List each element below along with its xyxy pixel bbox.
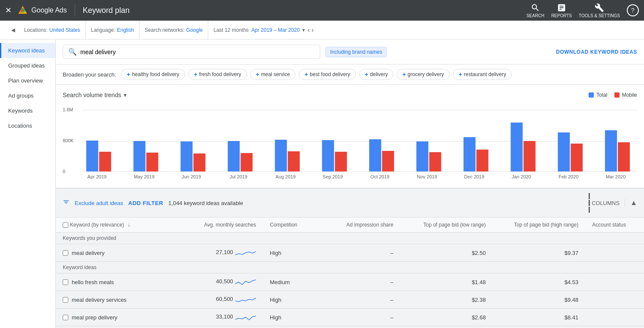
legend-mobile-color bbox=[614, 92, 620, 98]
x-label-2: Jun 2019 bbox=[182, 174, 201, 179]
main-layout: Keyword ideas Grouped ideas Plan overvie… bbox=[0, 40, 644, 328]
bar-mobile-4 bbox=[288, 151, 300, 172]
chip-label: delivery bbox=[370, 71, 388, 77]
sidebar-item-keywords[interactable]: Keywords bbox=[0, 103, 55, 118]
table-row: best meal delivery service 18,100 High –… bbox=[56, 326, 644, 328]
date-next-button[interactable]: › bbox=[311, 26, 313, 34]
language-filter: Language: English bbox=[86, 21, 140, 39]
x-label-7: Nov 2019 bbox=[417, 174, 437, 179]
row-checkbox[interactable] bbox=[63, 279, 68, 285]
row-checkbox[interactable] bbox=[63, 250, 68, 256]
competition-cell: High bbox=[263, 244, 325, 262]
sidebar: Keyword ideas Grouped ideas Plan overvie… bbox=[0, 40, 56, 328]
searches-cell: 33,100 bbox=[179, 309, 263, 326]
chip-label: healthy food delivery bbox=[132, 71, 179, 77]
searches-cell: 27,100 bbox=[179, 244, 263, 262]
x-label-6: Oct 2019 bbox=[371, 174, 390, 179]
searches-cell: 40,500 bbox=[179, 273, 263, 291]
download-keyword-ideas-button[interactable]: DOWNLOAD KEYWORD IDEAS bbox=[556, 49, 637, 55]
chart-section: Search volume trends ▾ Total Mobile bbox=[56, 85, 644, 188]
col-bid-high: Top of page bid (high range) bbox=[492, 218, 585, 233]
search-nav-button[interactable]: SEARCH bbox=[526, 3, 544, 18]
sidebar-item-plan-overview[interactable]: Plan overview bbox=[0, 73, 55, 88]
columns-icon bbox=[589, 193, 590, 213]
legend-total-color bbox=[589, 92, 594, 98]
search-bar-container: 🔍 Including brand names DOWNLOAD KEYWORD… bbox=[56, 40, 644, 64]
chip-plus-icon: + bbox=[256, 71, 259, 78]
chip-plus-icon: + bbox=[304, 71, 308, 78]
search-input[interactable] bbox=[80, 49, 315, 55]
broaden-chip-3[interactable]: + best food delivery bbox=[299, 69, 355, 80]
searches-cell: 18,100 bbox=[179, 326, 263, 328]
status-cell bbox=[585, 291, 644, 309]
date-range-value[interactable]: Apr 2019 – Mar 2020 bbox=[251, 27, 300, 33]
x-label-4: Aug 2019 bbox=[276, 174, 296, 179]
bar-mobile-0 bbox=[99, 152, 111, 172]
bid-high-cell: $9.48 bbox=[492, 291, 585, 309]
sidebar-item-grouped-ideas[interactable]: Grouped ideas bbox=[0, 58, 55, 73]
columns-button[interactable]: COLUMNS bbox=[589, 193, 620, 213]
status-cell bbox=[585, 244, 644, 262]
location-value[interactable]: United States bbox=[49, 27, 80, 33]
impression-cell: – bbox=[325, 291, 400, 309]
sidebar-toggle[interactable]: ◀ bbox=[7, 21, 19, 40]
searches-value: 60,500 bbox=[216, 296, 233, 302]
status-cell bbox=[585, 326, 644, 328]
keyword-text: meal prep delivery bbox=[72, 314, 117, 321]
bar-total-4 bbox=[275, 140, 287, 172]
reports-nav-button[interactable]: REPORTS bbox=[551, 3, 572, 18]
top-navigation: ✕ Google Ads Keyword plan SEARCH REPORTS… bbox=[0, 0, 644, 21]
bid-high-cell: $10.72 bbox=[492, 326, 585, 328]
col-competition: Competition bbox=[263, 218, 325, 233]
brand-names-badge[interactable]: Including brand names bbox=[325, 47, 387, 57]
tools-nav-button[interactable]: TOOLS & SETTINGS bbox=[579, 3, 620, 18]
broaden-chip-0[interactable]: + healthy food delivery bbox=[121, 69, 185, 80]
broaden-chip-1[interactable]: + fresh food delivery bbox=[188, 69, 247, 80]
sidebar-item-locations[interactable]: Locations bbox=[0, 118, 55, 133]
date-range-dropdown-icon[interactable]: ▾ bbox=[302, 27, 305, 33]
location-filter: Locations: United States bbox=[19, 21, 86, 39]
search-nav-label: SEARCH bbox=[526, 13, 544, 18]
row-checkbox[interactable] bbox=[63, 297, 68, 303]
provided-section-header: Keywords you provided bbox=[56, 233, 644, 244]
impression-cell: – bbox=[325, 273, 400, 291]
row-checkbox[interactable] bbox=[63, 315, 68, 320]
close-icon[interactable]: ✕ bbox=[5, 6, 12, 15]
sparkline bbox=[234, 248, 256, 257]
chart-dropdown-icon[interactable]: ▾ bbox=[124, 92, 127, 98]
bar-total-2 bbox=[181, 141, 193, 172]
keyword-text: meal delivery services bbox=[72, 297, 127, 303]
help-button[interactable]: ? bbox=[627, 4, 639, 16]
exclude-adult-button[interactable]: Exclude adult ideas bbox=[75, 200, 123, 206]
bar-mobile-2 bbox=[194, 153, 206, 172]
bid-high-cell: $9.37 bbox=[492, 244, 585, 262]
broaden-chip-2[interactable]: + meal service bbox=[250, 69, 296, 80]
x-label-0: Apr 2019 bbox=[88, 174, 107, 179]
chip-label: meal service bbox=[261, 71, 290, 77]
legend-mobile-label: Mobile bbox=[622, 92, 637, 98]
page-title: Keyword plan bbox=[83, 6, 130, 15]
bar-mobile-3 bbox=[240, 153, 252, 172]
table-row: meal delivery services 60,500 High – $2.… bbox=[56, 291, 644, 309]
broaden-chip-5[interactable]: + grocery delivery bbox=[397, 69, 450, 80]
date-prev-button[interactable]: ‹ bbox=[307, 26, 310, 34]
chip-label: best food delivery bbox=[310, 71, 350, 77]
filter-bar: ◀ Locations: United States Language: Eng… bbox=[0, 21, 644, 40]
broaden-chip-4[interactable]: + delivery bbox=[359, 69, 394, 80]
bid-high-cell: $8.41 bbox=[492, 309, 585, 326]
col-searches: Avg. monthly searches bbox=[179, 218, 263, 233]
nav-divider bbox=[75, 4, 75, 16]
status-cell bbox=[585, 309, 644, 326]
top-nav-actions: SEARCH REPORTS TOOLS & SETTINGS ? bbox=[526, 3, 639, 18]
filter-icon bbox=[63, 199, 70, 207]
broaden-chip-6[interactable]: + restaurant delivery bbox=[453, 69, 512, 80]
sidebar-item-keyword-ideas[interactable]: Keyword ideas bbox=[0, 43, 55, 58]
language-value[interactable]: English bbox=[117, 27, 134, 33]
chart-collapse-button[interactable]: ▲ bbox=[625, 199, 637, 207]
select-all-checkbox[interactable] bbox=[63, 222, 68, 228]
y-label-bottom: 0 bbox=[63, 169, 65, 174]
sort-icon[interactable]: ↓ bbox=[128, 222, 130, 228]
add-filter-button[interactable]: ADD FILTER bbox=[128, 200, 163, 206]
network-value[interactable]: Google bbox=[186, 27, 203, 33]
sidebar-item-ad-groups[interactable]: Ad groups bbox=[0, 88, 55, 103]
